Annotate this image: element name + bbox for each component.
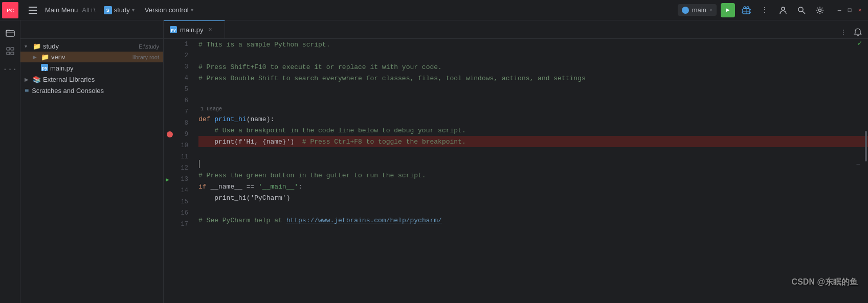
- tree-item-scratches[interactable]: ≡ Scratches and Consoles: [20, 85, 163, 96]
- activity-folder-icon[interactable]: [2, 25, 18, 41]
- line-number-3: 3: [164, 61, 194, 73]
- line-number-12: 12: [164, 162, 194, 174]
- tab-more-button[interactable]: ⋮: [837, 26, 850, 38]
- tab-close-button[interactable]: ×: [209, 26, 212, 33]
- code-line-9: print(f'Hi, {name}') # Press Ctrl+F8 to …: [198, 136, 868, 147]
- tree-item-external-libraries[interactable]: ▶ 📚 External Libraries: [20, 74, 163, 85]
- file-icon-main-py: py: [41, 64, 48, 73]
- run-arrow-13: ▶: [166, 176, 169, 183]
- project-chevron-icon: ▾: [132, 7, 135, 13]
- activity-more-icon[interactable]: ···: [2, 61, 18, 78]
- line-number-1: 1: [164, 39, 194, 50]
- sidebar: ▾ 📁 study E:\study ▶ 📁 venv library root: [20, 20, 164, 303]
- tree-label-study: study: [43, 42, 137, 50]
- code-line-13: if __name__ == '__main__':: [198, 181, 868, 192]
- run-config-selector[interactable]: main ▾: [678, 4, 717, 16]
- run-config-name: main: [692, 6, 706, 14]
- svg-point-14: [819, 9, 821, 11]
- search-button[interactable]: [794, 3, 809, 17]
- run-icon: ▶: [726, 6, 729, 14]
- valid-check-icon-1: ✓: [858, 39, 862, 48]
- more-run-options-button[interactable]: ⋮: [758, 3, 772, 17]
- tree-sublabel-venv: library root: [132, 54, 159, 60]
- tab-bar-actions: ⋮: [837, 26, 868, 38]
- svg-rect-16: [7, 48, 10, 50]
- svg-point-11: [782, 7, 785, 10]
- svg-text:PC: PC: [7, 7, 14, 13]
- breakpoint-indicator-9: [167, 131, 173, 137]
- code-line-10: [198, 147, 868, 158]
- settings-icon: [816, 6, 824, 14]
- code-line-8: # Use a breakpoint in the code line belo…: [198, 125, 868, 136]
- code-line-5: [198, 84, 868, 95]
- svg-point-4: [747, 7, 749, 9]
- sidebar-header: [20, 20, 163, 39]
- code-line-14: print_hi('PyCharm'): [198, 192, 868, 203]
- tree-label-venv: venv: [51, 53, 130, 61]
- folder-icon-study: 📁: [33, 42, 41, 50]
- svg-rect-19: [11, 52, 14, 55]
- line-number-17: 17: [164, 219, 194, 230]
- notifications-button[interactable]: [852, 26, 864, 38]
- hamburger-button[interactable]: [25, 2, 41, 18]
- version-control-selector[interactable]: Version control ▾: [145, 6, 193, 14]
- code-line-11: —: [198, 158, 868, 170]
- activity-bar: ···: [0, 20, 20, 303]
- version-control-label: Version control: [145, 6, 189, 14]
- scrollbar-thumb[interactable]: [865, 131, 867, 161]
- tree-arrow-venv: ▶: [33, 54, 41, 60]
- line-number-15: 15: [164, 196, 194, 207]
- maximize-button[interactable]: □: [845, 6, 854, 14]
- hamburger-icon: [29, 7, 37, 14]
- line-number-7: 7: [164, 106, 194, 118]
- activity-structure-icon[interactable]: [2, 43, 18, 59]
- folder-icon-venv: 📁: [41, 53, 49, 61]
- tree-arrow-external: ▶: [25, 77, 33, 82]
- tree-item-main-py[interactable]: py main.py: [20, 62, 163, 74]
- tab-main-py[interactable]: py main.py ×: [164, 20, 225, 38]
- code-line-1: ✓# This is a sample Python script.: [198, 39, 868, 50]
- debug-button[interactable]: [739, 3, 753, 17]
- settings-button[interactable]: [813, 3, 827, 17]
- tree-item-venv[interactable]: ▶ 📁 venv library root: [20, 52, 163, 62]
- svg-rect-18: [7, 52, 10, 55]
- titlebar: PC Main Menu Alt+\ S study ▾ Version con…: [0, 0, 868, 20]
- debug-icon: [742, 6, 751, 15]
- pycharm-logo: PC: [2, 2, 18, 18]
- svg-rect-17: [11, 48, 14, 50]
- code-editor[interactable]: 123456789101112▶1314151617 ✓# This is a …: [164, 39, 868, 303]
- run-button[interactable]: ▶: [721, 3, 735, 17]
- minimize-button[interactable]: —: [835, 6, 843, 14]
- code-content-area[interactable]: ✓# This is a sample Python script.# Pres…: [194, 39, 868, 303]
- code-line-16: # See PyCharm help at https://www.jetbra…: [198, 215, 868, 226]
- profile-button[interactable]: [776, 3, 790, 17]
- svg-rect-15: [6, 31, 14, 36]
- line-number-2: 2: [164, 50, 194, 61]
- main-content: ··· ▾ 📁 study E:\study ▶ 📁 venv library …: [0, 20, 868, 303]
- run-config-icon: [682, 7, 689, 14]
- main-menu-shortcut: Alt+\: [82, 6, 95, 14]
- svg-point-12: [798, 7, 803, 12]
- more-run-options-icon: ⋮: [761, 6, 768, 14]
- cursor-line-dash: —: [856, 161, 860, 167]
- line-number-16: 16: [164, 207, 194, 219]
- editor-area: py main.py × ⋮ 123456789101112▶131415161…: [164, 20, 868, 303]
- code-line-2: [198, 50, 868, 61]
- project-selector[interactable]: S study ▾: [104, 6, 135, 14]
- project-name-label: study: [114, 6, 130, 14]
- code-line-4: # Press Double Shift to search everywher…: [198, 73, 868, 84]
- tab-bar: py main.py × ⋮: [164, 20, 868, 39]
- line-number-11: 11: [164, 151, 194, 162]
- version-control-chevron-icon: ▾: [191, 7, 193, 13]
- search-icon: [797, 6, 806, 14]
- tree-item-study[interactable]: ▾ 📁 study E:\study: [20, 41, 163, 52]
- code-line-15: [198, 203, 868, 215]
- tab-file-icon: py: [170, 26, 177, 33]
- close-button[interactable]: ✕: [856, 6, 864, 14]
- code-line-3: # Press Shift+F10 to execute it or repla…: [198, 61, 868, 73]
- line-number-5: 5: [164, 84, 194, 95]
- line-number-6: 6: [164, 95, 194, 106]
- file-tree: ▾ 📁 study E:\study ▶ 📁 venv library root: [20, 39, 163, 303]
- scratches-icon: ≡: [25, 86, 29, 95]
- line-number-14: 14: [164, 185, 194, 196]
